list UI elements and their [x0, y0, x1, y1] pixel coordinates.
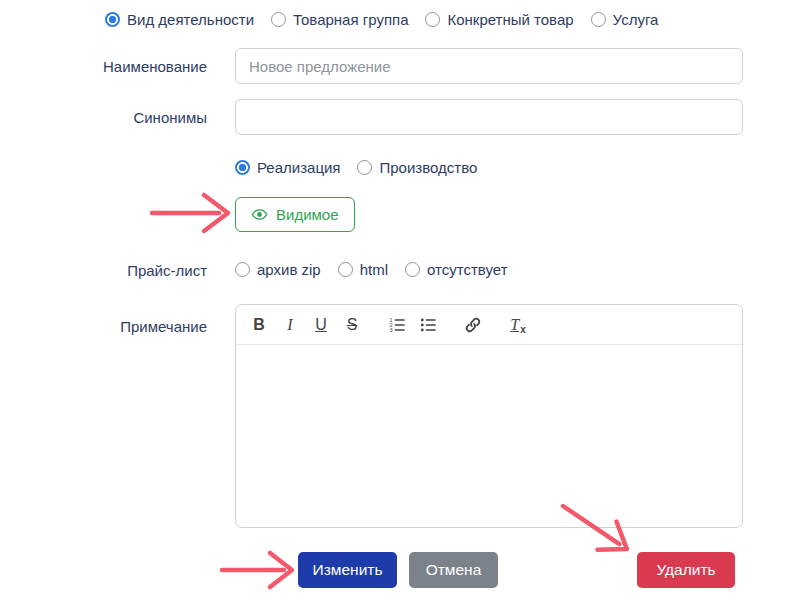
name-field-label: Наименование: [0, 58, 207, 75]
radio-unselected-icon[interactable]: [405, 262, 420, 277]
cancel-button[interactable]: Отмена: [409, 552, 498, 588]
italic-button[interactable]: I: [279, 313, 301, 337]
note-editor: B I U S 1 2 3: [235, 304, 743, 528]
radio-realization-label: Реализация: [257, 159, 340, 176]
radio-selected-icon[interactable]: [235, 160, 250, 175]
name-input[interactable]: [235, 48, 743, 84]
link-button[interactable]: [462, 313, 484, 337]
edit-button[interactable]: Изменить: [298, 552, 397, 588]
arrow-to-edit-button: [222, 553, 292, 587]
radio-selected-icon[interactable]: [105, 12, 120, 27]
radio-unselected-icon[interactable]: [591, 12, 606, 27]
visibility-toggle-label: Видимое: [276, 206, 339, 223]
radio-product-group-label: Товарная группа: [293, 11, 408, 28]
radio-absent-label: отсутствует: [427, 261, 507, 278]
radio-service-label: Услуга: [613, 11, 659, 28]
offer-edit-form: Вид деятельности Товарная группа Конкрет…: [0, 0, 800, 600]
radio-specific-product[interactable]: Конкретный товар: [425, 11, 573, 28]
bullet-list-icon: [419, 316, 437, 334]
radio-activity-type-label: Вид деятельности: [127, 11, 254, 28]
radio-product-group[interactable]: Товарная группа: [271, 11, 408, 28]
link-icon: [464, 316, 482, 334]
note-editor-toolbar: B I U S 1 2 3: [236, 305, 742, 345]
radio-realization[interactable]: Реализация: [235, 159, 340, 176]
visibility-toggle-button[interactable]: Видимое: [235, 197, 355, 232]
radio-archive-zip-label: архив zip: [257, 261, 321, 278]
underline-button[interactable]: U: [310, 313, 332, 337]
price-list-radio-group: архив zip html отсутствует: [235, 261, 508, 278]
radio-service[interactable]: Услуга: [591, 11, 659, 28]
arrow-to-visible-button: [152, 195, 228, 231]
clean-format-x: x: [520, 324, 526, 335]
entity-type-radio-group: Вид деятельности Товарная группа Конкрет…: [105, 11, 658, 28]
radio-specific-product-label: Конкретный товар: [447, 11, 573, 28]
clean-format-button[interactable]: Tx: [507, 313, 529, 337]
eye-icon: [251, 206, 268, 223]
ordered-list-icon: 1 2 3: [388, 316, 406, 334]
radio-absent[interactable]: отсутствует: [405, 261, 507, 278]
note-field-label: Примечание: [0, 318, 207, 335]
delete-button[interactable]: Удалить: [637, 552, 735, 588]
bullet-list-button[interactable]: [417, 313, 439, 337]
radio-production-label: Производство: [379, 159, 477, 176]
svg-text:3: 3: [390, 327, 393, 333]
synonyms-field-label: Синонимы: [0, 109, 207, 126]
operation-type-radio-group: Реализация Производство: [235, 159, 477, 176]
price-list-label: Прайс-лист: [0, 262, 207, 279]
synonyms-input[interactable]: [235, 99, 743, 135]
radio-activity-type[interactable]: Вид деятельности: [105, 11, 254, 28]
clean-format-t: T: [510, 316, 519, 334]
note-editor-content[interactable]: [236, 345, 742, 527]
radio-unselected-icon[interactable]: [271, 12, 286, 27]
radio-production[interactable]: Производство: [357, 159, 477, 176]
radio-unselected-icon[interactable]: [338, 262, 353, 277]
strikethrough-button[interactable]: S: [341, 313, 363, 337]
radio-archive-zip[interactable]: архив zip: [235, 261, 321, 278]
bold-button[interactable]: B: [248, 313, 270, 337]
radio-html[interactable]: html: [338, 261, 388, 278]
ordered-list-button[interactable]: 1 2 3: [386, 313, 408, 337]
radio-html-label: html: [360, 261, 388, 278]
radio-unselected-icon[interactable]: [235, 262, 250, 277]
radio-unselected-icon[interactable]: [425, 12, 440, 27]
radio-unselected-icon[interactable]: [357, 160, 372, 175]
